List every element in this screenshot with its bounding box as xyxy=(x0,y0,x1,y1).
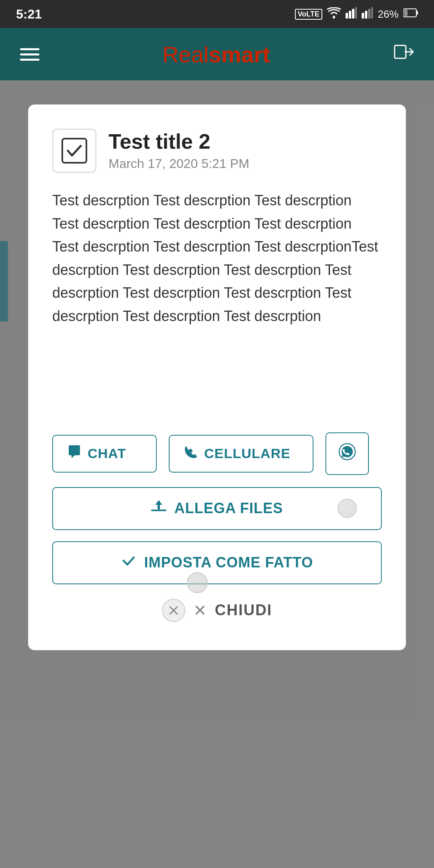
status-icons: VoLTE 26% xyxy=(295,7,418,21)
svg-rect-8 xyxy=(371,7,373,18)
menu-button[interactable] xyxy=(20,48,39,61)
modal-date: March 17, 2020 5:21 PM xyxy=(108,156,249,171)
close-circle-icon xyxy=(162,599,185,622)
svg-rect-15 xyxy=(151,510,166,511)
svg-rect-7 xyxy=(368,9,371,18)
modal-spacer xyxy=(52,352,382,432)
svg-rect-11 xyxy=(404,10,407,16)
imposta-come-fatto-label: IMPOSTA COME FATTO xyxy=(144,554,313,571)
signal2-icon xyxy=(362,7,373,21)
cellulare-label: CELLULARE xyxy=(204,446,291,461)
allega-files-button[interactable]: ALLEGA FILES xyxy=(52,487,382,530)
task-icon xyxy=(52,129,96,173)
modal-title-group: Test title 2 March 17, 2020 5:21 PM xyxy=(108,130,249,171)
close-row: ✕ CHIUDI xyxy=(52,599,382,622)
volte-badge: VoLTE xyxy=(295,9,322,20)
ripple-imposta xyxy=(187,572,208,593)
modal-description: Test descrption Test descrption Test des… xyxy=(52,189,382,328)
whatsapp-icon xyxy=(338,443,356,465)
wifi-icon xyxy=(327,7,341,21)
action-row-1: CHAT CELLULARE xyxy=(52,432,382,475)
battery-icon xyxy=(403,8,418,20)
upload-icon xyxy=(151,499,166,518)
close-x-label: ✕ xyxy=(193,601,207,620)
modal-overlay: Test title 2 March 17, 2020 5:21 PM Test… xyxy=(0,80,434,868)
svg-rect-5 xyxy=(362,13,364,18)
chat-icon xyxy=(68,445,81,462)
chiudi-label: CHIUDI xyxy=(215,602,272,618)
title-bold: smart xyxy=(209,42,270,67)
svg-rect-3 xyxy=(352,9,354,18)
status-time: 5:21 xyxy=(16,7,42,22)
svg-rect-6 xyxy=(365,11,367,18)
cellulare-button[interactable]: CELLULARE xyxy=(169,435,313,473)
svg-rect-1 xyxy=(346,13,348,18)
check-icon xyxy=(121,553,136,572)
svg-rect-2 xyxy=(349,11,351,18)
ripple-allega xyxy=(338,499,357,518)
app-title: Realsmart xyxy=(162,41,270,68)
chat-button[interactable]: CHAT xyxy=(52,435,157,473)
modal-card: Test title 2 March 17, 2020 5:21 PM Test… xyxy=(28,104,406,650)
svg-point-0 xyxy=(333,16,335,18)
signal-icon xyxy=(346,7,357,21)
chiudi-button[interactable]: CHIUDI xyxy=(215,602,272,619)
whatsapp-button[interactable] xyxy=(326,432,369,475)
svg-marker-17 xyxy=(155,501,162,505)
svg-rect-4 xyxy=(355,7,357,18)
phone-icon xyxy=(184,445,198,462)
chat-label: CHAT xyxy=(88,446,126,461)
svg-rect-13 xyxy=(62,139,86,163)
status-bar: 5:21 VoLTE 26% xyxy=(0,0,434,28)
title-regular: Real xyxy=(162,42,209,67)
svg-rect-12 xyxy=(395,45,406,58)
allega-files-label: ALLEGA FILES xyxy=(174,500,283,517)
battery-percent: 26% xyxy=(378,8,399,20)
imposta-come-fatto-button[interactable]: IMPOSTA COME FATTO xyxy=(52,541,382,584)
svg-rect-10 xyxy=(416,11,418,15)
modal-header: Test title 2 March 17, 2020 5:21 PM xyxy=(52,129,382,173)
logout-button[interactable] xyxy=(393,41,414,67)
app-header: Realsmart xyxy=(0,28,434,80)
modal-title: Test title 2 xyxy=(108,130,249,153)
